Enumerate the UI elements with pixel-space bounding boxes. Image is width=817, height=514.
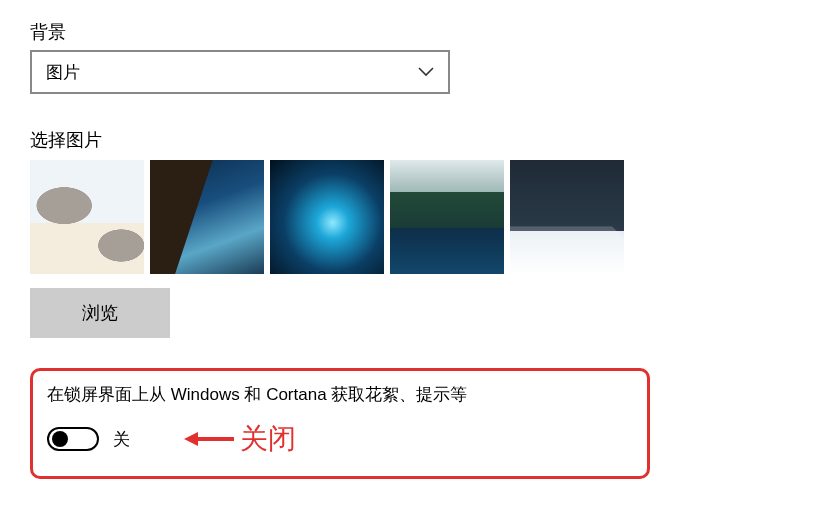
toggle-knob <box>52 431 68 447</box>
annotation-highlight-box: 在锁屏界面上从 Windows 和 Cortana 获取花絮、提示等 关 关闭 <box>30 368 650 479</box>
picture-thumb[interactable] <box>390 160 504 274</box>
chevron-down-icon <box>418 67 434 77</box>
picture-thumb[interactable] <box>510 160 624 274</box>
browse-button[interactable]: 浏览 <box>30 288 170 338</box>
background-dropdown[interactable]: 图片 <box>30 50 450 94</box>
svg-marker-1 <box>184 432 198 446</box>
background-dropdown-value: 图片 <box>46 61 80 84</box>
arrow-left-icon <box>184 429 234 449</box>
lockscreen-tips-toggle-state: 关 <box>113 428 130 451</box>
lockscreen-tips-label: 在锁屏界面上从 Windows 和 Cortana 获取花絮、提示等 <box>47 383 633 406</box>
picture-thumbnails <box>30 160 787 274</box>
background-label: 背景 <box>30 20 787 44</box>
lockscreen-tips-toggle[interactable] <box>47 427 99 451</box>
picture-picker-label: 选择图片 <box>30 128 787 152</box>
picture-thumb[interactable] <box>30 160 144 274</box>
annotation: 关闭 <box>184 420 296 458</box>
annotation-text: 关闭 <box>240 420 296 458</box>
picture-thumb[interactable] <box>150 160 264 274</box>
picture-thumb[interactable] <box>270 160 384 274</box>
